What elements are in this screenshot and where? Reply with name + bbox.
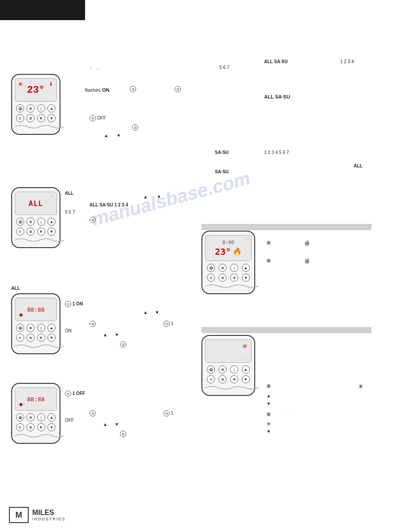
down-arrow-r6-1: ▼ <box>266 401 271 406</box>
remote6-btn-row-1: ⏻ ⊕ | ▲ <box>205 365 252 373</box>
flame-icon: 🔥 <box>233 247 242 256</box>
btn6-down[interactable]: ▼ <box>242 375 250 383</box>
btn4-swing[interactable]: ⊗ <box>26 423 34 431</box>
btn4-up[interactable]: ▲ <box>47 413 56 421</box>
arrow-down-1: ▼ <box>116 133 121 138</box>
remote3-btn-row-2: ⊙ ⊗ ❄ ▼ <box>15 334 57 342</box>
fan-dots: ··· <box>243 356 248 360</box>
fan-dotted-r6: ✳ <box>266 421 271 427</box>
remote-2-btn-row-1: ⏻ ⊕ | ▲ <box>15 218 57 226</box>
numbers-567-top: 5 6 7 <box>219 65 229 70</box>
remote-2-btn-row-2: ⊙ ⊗ ❄ ▼ <box>15 227 57 236</box>
btn2-timer[interactable]: ⊙ <box>16 227 24 236</box>
btn2-power[interactable]: ⏻ <box>16 218 24 226</box>
btn2-cool[interactable]: ❄ <box>37 227 45 236</box>
btn-swing[interactable]: ⊗ <box>26 114 34 122</box>
btn-fan[interactable]: ⊕ <box>26 104 34 112</box>
down-arrow-r3: ▼ <box>155 310 159 315</box>
btn3-swing[interactable]: ⊗ <box>26 334 34 342</box>
up-arrow-remote2: ▲ <box>143 194 148 199</box>
fan-label-r6-1: ⊕ <box>266 383 271 389</box>
section-bar-bottom <box>201 327 372 333</box>
btn4-power[interactable]: ⏻ <box>16 413 24 421</box>
btn3-power[interactable]: ⏻ <box>16 324 24 332</box>
btn6-swing[interactable]: ⊕ <box>218 375 227 383</box>
btn3-fan[interactable]: ⊕ <box>26 324 34 332</box>
btn4-down[interactable]: ▼ <box>47 423 56 431</box>
fan-speed-icon-1: ⊕ <box>266 240 271 246</box>
timer1-num: 1 <box>171 321 174 326</box>
remote3-btn-row-1: ⏻ ⊕ | ▲ <box>15 324 57 332</box>
remote-5-bottom <box>205 283 252 289</box>
logo-text-block: MILES INDUSTRIES <box>32 509 66 521</box>
remote-4-buttons: ⏻ ⊕ | ▲ ⊙ ⊗ ❄ ▼ <box>15 413 57 431</box>
icon-timer1-ref: ⊙ <box>163 321 170 327</box>
numbers-1234567: 1 2 3 4 5 6 7 <box>264 150 289 155</box>
fan-icon-screen: ✳ <box>242 343 248 350</box>
btn4-fan[interactable]: ⊕ <box>26 413 34 421</box>
btn5-swing[interactable]: ⊗ <box>218 274 227 282</box>
timer1-ref-right: ⊙ 1 <box>163 321 173 327</box>
btn-timer[interactable]: ⊙ <box>16 114 24 122</box>
btn5-cool[interactable]: ❄ <box>230 274 238 282</box>
btn-down[interactable]: ▼ <box>47 114 56 122</box>
remote-3-buttons: ⏻ ⊕ | ▲ ⊙ ⊗ ❄ ▼ <box>15 324 57 342</box>
btn6-cool[interactable]: ❄ <box>230 375 238 383</box>
btn6-mode[interactable]: | <box>230 365 238 373</box>
remote5-btn-row-1: ⏻ ⊕ | ▲ <box>205 264 252 272</box>
btn6-power[interactable]: ⏻ <box>207 365 215 373</box>
all-label-right-mid: ALL <box>354 163 362 168</box>
btn-row-1: ⏻ ⊕ | ▲ <box>15 104 57 112</box>
btn3-mode[interactable]: | <box>37 324 45 332</box>
icon-circle-r3-2: ⊙ <box>120 341 126 348</box>
down-arrow-r6-2: ▼ <box>266 429 271 434</box>
up-arrow-r3-2: ▲ <box>103 332 107 337</box>
timer1-on-text: 1 ON <box>73 301 83 306</box>
sasu-label-lower: SA·SU <box>215 169 229 174</box>
timer1-off-label: ⊙ 1 OFF <box>65 390 85 397</box>
btn5-power[interactable]: ⏻ <box>207 264 215 272</box>
btn2-mode[interactable]: | <box>37 218 45 226</box>
btn-up[interactable]: ▲ <box>47 104 56 112</box>
btn3-down[interactable]: ▼ <box>47 334 56 342</box>
btn3-cool[interactable]: ❄ <box>37 334 45 342</box>
remote-2-buttons: ⏻ ⊕ | ▲ ⊙ ⊗ ❄ ▼ <box>15 218 57 236</box>
btn5-timer[interactable]: ⊙ <box>207 274 215 282</box>
btn2-down[interactable]: ▼ <box>47 227 56 236</box>
btn-power[interactable]: ⏻ <box>16 104 24 112</box>
btn2-up[interactable]: ▲ <box>47 218 56 226</box>
down-arrow-r4: ▼ <box>115 422 119 427</box>
remote-2: ALL ··· ⏻ ⊕ | ▲ ⊙ ⊗ ❄ ▼ <box>11 187 60 248</box>
icon-circle-small: ⊙ <box>132 124 138 131</box>
btn4-mode[interactable]: | <box>37 413 45 421</box>
btn5-up[interactable]: ▲ <box>242 264 250 272</box>
up-arrow-r4: ▲ <box>103 422 107 427</box>
btn3-timer[interactable]: ⊙ <box>16 334 24 342</box>
btn5-mode[interactable]: | <box>230 264 238 272</box>
remote-2-screen: ALL ··· <box>15 192 57 215</box>
remote-4-dot: ● <box>19 400 23 408</box>
btn4-timer[interactable]: ⊙ <box>16 423 24 431</box>
remote-2-bottom <box>15 237 57 243</box>
btn2-fan[interactable]: ⊕ <box>26 218 34 226</box>
btn4-cool[interactable]: ❄ <box>37 423 45 431</box>
btn5-down[interactable]: ▼ <box>242 274 250 282</box>
btn-cool[interactable]: ❄ <box>37 114 45 122</box>
btn5-fan[interactable]: ⊕ <box>218 264 227 272</box>
remote-5-screen: 8:00 23° 🔥 ··· <box>205 235 252 261</box>
fan-speed-high-icon-2: ⊕̈ <box>304 257 310 265</box>
section-bar-top <box>201 224 372 230</box>
remote-1-screen: ✳ 23° 🌡 <box>15 78 57 102</box>
logo-box: M <box>9 507 29 523</box>
footer-logo: M MILES INDUSTRIES <box>9 507 66 523</box>
btn6-fan[interactable]: ⊕ <box>218 365 227 373</box>
btn6-timer[interactable]: ⊙ <box>207 375 215 383</box>
remote-1: ✳ 23° 🌡 ⏻ ⊕ | ▲ ⊙ ⊗ ❄ ▼ <box>11 74 60 135</box>
btn2-swing[interactable]: ⊗ <box>26 227 34 236</box>
btn-mode[interactable]: | <box>37 104 45 112</box>
btn6-up[interactable]: ▲ <box>242 365 250 373</box>
btn3-up[interactable]: ▲ <box>47 324 56 332</box>
remote-2-indicator: ··· <box>50 194 54 198</box>
up-arrow-r3: ▲ <box>143 310 148 315</box>
remote-1-temp: 23° <box>27 85 45 96</box>
